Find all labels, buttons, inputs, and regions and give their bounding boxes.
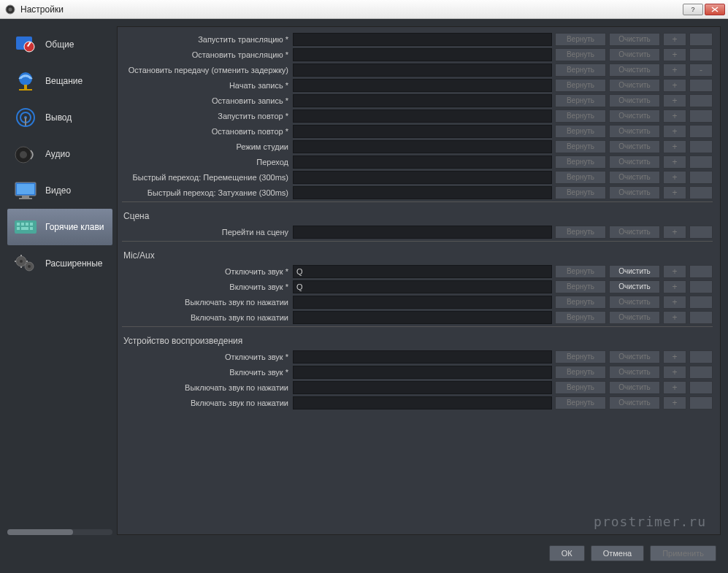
clear-button[interactable]: Очистить xyxy=(609,311,660,324)
add-button[interactable]: + xyxy=(663,33,686,46)
remove-button[interactable] xyxy=(689,33,713,46)
hotkey-input[interactable] xyxy=(293,125,552,138)
add-button[interactable]: + xyxy=(663,296,686,309)
remove-button[interactable] xyxy=(689,125,713,138)
clear-button[interactable]: Очистить xyxy=(609,296,660,309)
add-button[interactable]: + xyxy=(663,155,686,169)
clear-button[interactable]: Очистить xyxy=(609,366,660,379)
sidebar-item-hotkeys[interactable]: Горячие клави xyxy=(7,209,112,245)
clear-button[interactable]: Очистить xyxy=(609,396,660,409)
remove-button[interactable] xyxy=(689,311,713,324)
clear-button[interactable]: Очистить xyxy=(609,94,660,107)
cancel-button[interactable]: Отмена xyxy=(591,545,644,561)
hotkey-input[interactable] xyxy=(293,265,552,278)
clear-button[interactable]: Очистить xyxy=(609,186,660,199)
revert-button[interactable]: Вернуть xyxy=(555,280,606,293)
apply-button[interactable]: Применить xyxy=(650,545,716,561)
revert-button[interactable]: Вернуть xyxy=(555,140,606,153)
remove-button[interactable] xyxy=(689,94,713,107)
hotkey-input[interactable] xyxy=(293,296,552,309)
clear-button[interactable]: Очистить xyxy=(609,48,660,61)
hotkey-input[interactable] xyxy=(293,280,552,293)
revert-button[interactable]: Вернуть xyxy=(555,350,606,364)
sidebar-item-advanced[interactable]: Расширенные xyxy=(7,245,112,282)
sidebar-item-output[interactable]: Вывод xyxy=(7,99,112,136)
add-button[interactable]: + xyxy=(663,125,686,138)
hotkey-input[interactable] xyxy=(293,226,552,239)
remove-button[interactable] xyxy=(689,280,713,293)
hotkey-input[interactable] xyxy=(293,186,552,199)
hotkey-input[interactable] xyxy=(293,171,552,184)
remove-button[interactable] xyxy=(689,396,713,409)
hotkey-input[interactable] xyxy=(293,94,552,107)
revert-button[interactable]: Вернуть xyxy=(555,186,606,199)
close-button[interactable] xyxy=(705,4,725,15)
add-button[interactable]: + xyxy=(663,140,686,153)
sidebar-item-audio[interactable]: Аудио xyxy=(7,136,112,172)
hotkey-input[interactable] xyxy=(293,155,552,169)
revert-button[interactable]: Вернуть xyxy=(555,226,606,239)
remove-button[interactable] xyxy=(689,109,713,123)
revert-button[interactable]: Вернуть xyxy=(555,125,606,138)
hotkey-input[interactable] xyxy=(293,396,552,409)
add-button[interactable]: + xyxy=(663,48,686,61)
remove-button[interactable] xyxy=(689,140,713,153)
revert-button[interactable]: Вернуть xyxy=(555,155,606,169)
sidebar-item-video[interactable]: Видео xyxy=(7,172,112,209)
remove-button[interactable] xyxy=(689,226,713,239)
add-button[interactable]: + xyxy=(663,109,686,123)
remove-button[interactable] xyxy=(689,296,713,309)
clear-button[interactable]: Очистить xyxy=(609,171,660,184)
remove-button[interactable] xyxy=(689,186,713,199)
hotkey-input[interactable] xyxy=(293,79,552,92)
clear-button[interactable]: Очистить xyxy=(609,79,660,92)
clear-button[interactable]: Очистить xyxy=(609,125,660,138)
add-button[interactable]: + xyxy=(663,396,686,409)
add-button[interactable]: + xyxy=(663,64,686,77)
remove-button[interactable] xyxy=(689,48,713,61)
hotkey-input[interactable] xyxy=(293,366,552,379)
clear-button[interactable]: Очистить xyxy=(609,265,660,278)
revert-button[interactable]: Вернуть xyxy=(555,171,606,184)
hotkey-input[interactable] xyxy=(293,140,552,153)
add-button[interactable]: + xyxy=(663,311,686,324)
add-button[interactable]: + xyxy=(663,265,686,278)
remove-button[interactable] xyxy=(689,155,713,169)
hotkey-input[interactable] xyxy=(293,350,552,364)
remove-button[interactable] xyxy=(689,171,713,184)
remove-button[interactable] xyxy=(689,265,713,278)
clear-button[interactable]: Очистить xyxy=(609,140,660,153)
help-button[interactable]: ? xyxy=(683,4,703,15)
clear-button[interactable]: Очистить xyxy=(609,226,660,239)
clear-button[interactable]: Очистить xyxy=(609,155,660,169)
add-button[interactable]: + xyxy=(663,171,686,184)
hotkey-input[interactable] xyxy=(293,109,552,123)
revert-button[interactable]: Вернуть xyxy=(555,48,606,61)
add-button[interactable]: + xyxy=(663,94,686,107)
hotkey-input[interactable] xyxy=(293,64,552,77)
add-button[interactable]: + xyxy=(663,226,686,239)
hotkey-input[interactable] xyxy=(293,311,552,324)
hotkey-input[interactable] xyxy=(293,381,552,394)
clear-button[interactable]: Очистить xyxy=(609,33,660,46)
revert-button[interactable]: Вернуть xyxy=(555,396,606,409)
add-button[interactable]: + xyxy=(663,79,686,92)
hotkey-input[interactable] xyxy=(293,48,552,61)
sidebar-scrollbar-thumb[interactable] xyxy=(7,529,73,535)
revert-button[interactable]: Вернуть xyxy=(555,64,606,77)
revert-button[interactable]: Вернуть xyxy=(555,296,606,309)
revert-button[interactable]: Вернуть xyxy=(555,109,606,123)
add-button[interactable]: + xyxy=(663,186,686,199)
remove-button[interactable] xyxy=(689,381,713,394)
revert-button[interactable]: Вернуть xyxy=(555,94,606,107)
revert-button[interactable]: Вернуть xyxy=(555,381,606,394)
revert-button[interactable]: Вернуть xyxy=(555,79,606,92)
clear-button[interactable]: Очистить xyxy=(609,109,660,123)
remove-button[interactable] xyxy=(689,79,713,92)
ok-button[interactable]: ОК xyxy=(549,545,585,561)
revert-button[interactable]: Вернуть xyxy=(555,311,606,324)
remove-button[interactable] xyxy=(689,350,713,364)
clear-button[interactable]: Очистить xyxy=(609,350,660,364)
sidebar-item-general[interactable]: Общие xyxy=(7,26,112,63)
sidebar-item-stream[interactable]: Вещание xyxy=(7,63,112,99)
